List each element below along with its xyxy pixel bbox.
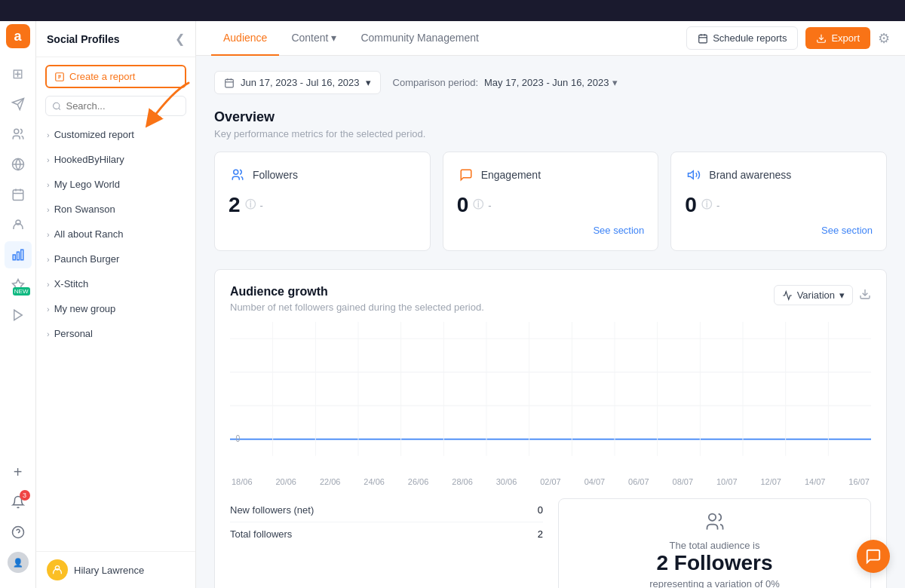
chevron-icon: › (47, 329, 50, 338)
chart-svg: 0 (230, 322, 871, 473)
notifications-icon[interactable]: 3 (5, 488, 32, 516)
audience-growth-header: Audience growth Number of net followers … (230, 285, 871, 313)
x-label: 16/07 (848, 477, 870, 486)
followers-label: Followers (253, 169, 298, 181)
video-icon[interactable] (5, 302, 32, 329)
followers-card: Followers 2 ⓘ - (214, 152, 431, 251)
audience-growth-controls: Variation ▾ (774, 285, 871, 305)
sidebar-nav-items: › Customized report › HookedByHilary › M… (36, 122, 195, 346)
variation-icon (782, 290, 793, 301)
engagement-icon (457, 166, 475, 184)
brand-awareness-see-section-link[interactable]: See section (821, 225, 873, 236)
globe-icon[interactable] (5, 151, 32, 178)
x-label: 04/07 (584, 477, 606, 486)
svg-point-33 (234, 170, 238, 174)
sidebar-item-label: My Lego World (54, 179, 120, 190)
sidebar-item-my-new-group[interactable]: › My new group (36, 296, 195, 321)
engagement-value: 0 ⓘ - (457, 193, 645, 217)
tab-community-management-label: Community Management (360, 32, 478, 44)
total-audience-label: The total audience is (571, 540, 858, 551)
audience-growth-section: Audience growth Number of net followers … (214, 269, 887, 588)
search-icon (52, 101, 61, 112)
download-icon[interactable] (859, 288, 871, 303)
sidebar-item-my-lego-world[interactable]: › My Lego World (36, 172, 195, 197)
audience-growth-title: Audience growth (230, 285, 484, 299)
stat-table: New followers (net) 0 Total followers 2 (230, 498, 543, 588)
sidebar-item-ron-swanson[interactable]: › Ron Swanson (36, 197, 195, 222)
user-avatar-icon[interactable]: 👤 (5, 549, 32, 576)
svg-text:0: 0 (236, 433, 241, 443)
send-icon[interactable] (5, 90, 32, 118)
sidebar-item-paunch-burger[interactable]: › Paunch Burger (36, 247, 195, 271)
total-audience-sub: representing a variation of 0% (571, 578, 858, 588)
x-label: 30/06 (496, 477, 517, 486)
tab-community-management[interactable]: Community Management (348, 21, 490, 56)
help-icon[interactable] (5, 519, 32, 546)
search-input[interactable] (66, 100, 179, 112)
date-range-label: Jun 17, 2023 - Jul 16, 2023 (241, 77, 360, 88)
schedule-icon (698, 33, 708, 44)
audience-growth-description: Number of net followers gained during th… (230, 302, 484, 313)
notification-badge: 3 (20, 490, 30, 501)
audience-growth-title-group: Audience growth Number of net followers … (230, 285, 484, 313)
x-label: 12/07 (760, 477, 781, 486)
brand-awareness-change: - (716, 200, 719, 211)
settings-icon[interactable]: ⚙ (878, 30, 890, 47)
engagement-card: Engagement 0 ⓘ - See section (443, 152, 659, 251)
x-label: 02/07 (540, 477, 561, 486)
date-bar: Jun 17, 2023 - Jul 16, 2023 ▾ Comparison… (214, 71, 887, 94)
brand-awareness-header: Brand awareness (685, 166, 873, 184)
followers-info-icon: ⓘ (245, 198, 256, 212)
x-label: 06/07 (628, 477, 649, 486)
calendar-icon (224, 78, 235, 88)
create-report-button[interactable]: Create a report (45, 65, 186, 88)
tab-content[interactable]: Content ▾ (279, 21, 348, 56)
sidebar-item-label: Customized report (54, 129, 134, 140)
tab-content-label: Content (291, 32, 328, 44)
users-icon[interactable] (5, 121, 32, 148)
add-icon[interactable]: + (5, 458, 32, 485)
people-icon[interactable] (5, 211, 32, 238)
overview-description: Key performance metrics for the selected… (214, 128, 887, 139)
engagement-see-section: See section (457, 223, 645, 237)
sidebar-item-personal[interactable]: › Personal (36, 321, 195, 346)
date-range-button[interactable]: Jun 17, 2023 - Jul 16, 2023 ▾ (214, 71, 381, 94)
total-followers-value: 2 (538, 528, 543, 540)
comparison-dropdown-icon[interactable]: ▾ (612, 77, 618, 88)
engagement-see-section-link[interactable]: See section (593, 225, 644, 236)
calendar-icon[interactable] (5, 181, 32, 208)
x-label: 24/06 (364, 477, 385, 486)
sidebar-item-all-about-ranch[interactable]: › All about Ranch (36, 222, 195, 247)
export-button[interactable]: Export (805, 27, 870, 49)
icon-sidebar: a ⊞ NEW + 3 👤 (0, 0, 36, 588)
collapse-sidebar-icon[interactable]: ❮ (175, 32, 185, 46)
brand-awareness-see-section: See section (685, 223, 873, 237)
followers-value: 2 ⓘ - (229, 193, 416, 217)
tab-audience[interactable]: Audience (211, 21, 279, 56)
sidebar-item-x-stitch[interactable]: › X-Stitch (36, 271, 195, 296)
chat-bubble-icon (865, 548, 882, 565)
chart-bar-icon[interactable] (5, 241, 32, 268)
brand-awareness-icon (685, 166, 703, 184)
chevron-icon: › (47, 130, 50, 139)
bottom-icons: + 3 👤 (5, 458, 32, 588)
sidebar-title: Social Profiles (47, 33, 119, 45)
new-feature-icon[interactable]: NEW (5, 271, 32, 299)
chevron-icon: › (47, 305, 50, 314)
brand-awareness-label: Brand awareness (709, 169, 791, 181)
home-icon[interactable]: ⊞ (5, 60, 32, 87)
schedule-reports-button[interactable]: Schedule reports (686, 26, 798, 50)
total-audience-value: 2 Followers (571, 551, 858, 575)
new-badge: NEW (13, 287, 30, 296)
svg-rect-24 (699, 35, 707, 43)
svg-marker-34 (689, 171, 694, 179)
chevron-icon: › (47, 230, 50, 239)
engagement-label: Engagement (481, 169, 541, 181)
app-logo[interactable]: a (6, 24, 30, 48)
sidebar-item-label: Ron Swanson (54, 204, 115, 215)
sidebar-item-hookedbyhilary[interactable]: › HookedByHilary (36, 147, 195, 172)
chat-bubble[interactable] (857, 540, 890, 573)
variation-button[interactable]: Variation ▾ (774, 285, 853, 305)
engagement-info-icon: ⓘ (473, 198, 483, 212)
sidebar-item-customized-report[interactable]: › Customized report (36, 122, 195, 147)
